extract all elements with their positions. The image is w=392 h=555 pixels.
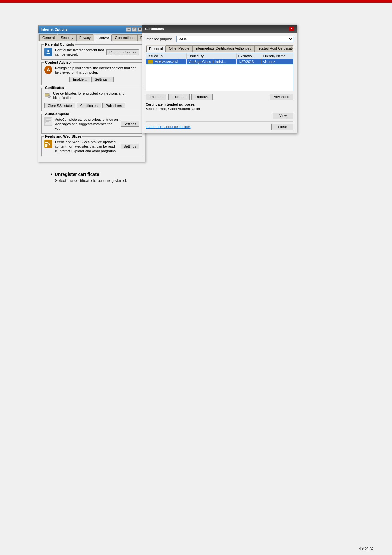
cert-small-icon: [148, 60, 153, 64]
cert-dialog-titlebar: Certificates ✕: [142, 25, 297, 33]
content-advisor-buttons: Enable... Settings...: [44, 77, 139, 82]
col-friendly-name[interactable]: Friendly Name: [261, 53, 293, 59]
parental-controls-text: Control the Internet content that can be…: [55, 48, 104, 57]
feeds-label: Feeds and Web Slices: [44, 134, 82, 138]
content-advisor-section: Content Advisor Ratings help you control…: [41, 62, 142, 85]
minimize-button[interactable]: ─: [126, 27, 131, 32]
cert-dialog-title: Certificates: [145, 27, 164, 31]
internet-options-title: Internet Options: [41, 28, 68, 31]
svg-point-4: [48, 95, 51, 98]
titlebar-buttons: ─ □ ✕: [126, 27, 142, 32]
export-button[interactable]: Export...: [168, 94, 190, 100]
tab-privacy[interactable]: Privacy: [76, 34, 93, 41]
certificates-section-label: Certificates: [44, 86, 65, 89]
parental-controls-icon: [44, 48, 52, 56]
parental-controls-section: Parental Controls Control the Internet c…: [41, 44, 142, 60]
enable-button[interactable]: Enable...: [69, 77, 90, 82]
view-btn-row: View: [146, 113, 293, 119]
page-number: 49 of 72: [359, 546, 373, 551]
cert-tab-other-people[interactable]: Other People: [166, 45, 192, 52]
bullet-item: • Unregister certificate Select the cert…: [51, 172, 354, 183]
tab-content[interactable]: Content: [94, 35, 112, 41]
svg-rect-1: [48, 70, 49, 71]
main-content: Internet Options ─ □ ✕ General Security …: [38, 25, 354, 185]
col-issued-by[interactable]: Issued By: [186, 53, 236, 59]
tab-bar: General Security Privacy Content Connect…: [38, 33, 145, 41]
close-button[interactable]: ✕: [137, 27, 142, 32]
bottom-bar: [0, 542, 392, 542]
cert-section-text: Use certificates for encrypted connectio…: [53, 91, 139, 100]
cert-purposes-section: Certificate intended purposes Secure Ema…: [146, 102, 293, 111]
content-advisor-label: Content Advisor: [44, 60, 73, 64]
cert-close-button[interactable]: Close: [271, 124, 293, 130]
cert-table: Issued To Issued By Expiratio... Friendl…: [146, 53, 293, 64]
settings-button[interactable]: Settings...: [91, 77, 114, 82]
cert-tab-personal[interactable]: Personal: [146, 46, 166, 52]
cell-friendly-name: <None>: [261, 59, 293, 65]
cert-section-content: Use certificates for encrypted connectio…: [44, 91, 139, 100]
feeds-icon: [44, 140, 52, 148]
publishers-button[interactable]: Publishers: [102, 103, 125, 108]
remove-button[interactable]: Remove: [191, 94, 213, 100]
tab-general[interactable]: General: [39, 34, 57, 41]
advanced-button[interactable]: Advanced: [270, 94, 293, 100]
feeds-section: Feeds and Web Slices: [41, 136, 142, 156]
top-bar: [0, 0, 392, 3]
cert-table-header-row: Issued To Issued By Expiratio... Friendl…: [146, 53, 293, 59]
autocomplete-content: AutoComplete stores previous entries on …: [44, 117, 139, 131]
intended-purpose-select[interactable]: <All>: [176, 36, 293, 42]
cell-expiration: 1/27/2013: [236, 59, 261, 65]
learn-more-row: Learn more about certificates Close: [146, 121, 293, 130]
import-button[interactable]: Import...: [146, 94, 166, 100]
maximize-button[interactable]: □: [132, 27, 137, 32]
col-issued-to[interactable]: Issued To: [146, 53, 186, 59]
cert-table-container: Issued To Issued By Expiratio... Friendl…: [146, 53, 293, 91]
bullet-section: • Unregister certificate Select the cert…: [38, 172, 354, 183]
bullet-title: Unregister certificate: [55, 172, 127, 177]
bullet-dot: •: [51, 171, 52, 177]
cell-issued-by: VeriSign Class 1 Indivi...: [186, 59, 236, 65]
certificates-button[interactable]: Certificates: [77, 103, 101, 108]
parental-controls-content: Control the Internet content that can be…: [44, 48, 139, 57]
certificates-section: Certificates Use certificates for encryp…: [41, 88, 142, 111]
dialog-body: Parental Controls Control the Internet c…: [38, 41, 145, 162]
intended-purpose-row: Intended purpose: <All>: [146, 36, 293, 42]
autocomplete-section: AutoComplete AutoComplete stores previou…: [41, 114, 142, 134]
cert-table-row[interactable]: Firefox second VeriSign Class 1 Indivi..…: [146, 59, 293, 65]
parental-controls-button[interactable]: Parental Controls: [106, 49, 139, 55]
cert-dialog-close-button[interactable]: ✕: [289, 27, 294, 31]
bullet-content: Unregister certificate Select the certif…: [55, 172, 127, 183]
tab-security[interactable]: Security: [58, 34, 76, 41]
content-advisor-text: Ratings help you control the Internet co…: [55, 66, 139, 75]
cert-icon: [44, 92, 51, 99]
cell-issued-to: Firefox second: [146, 59, 186, 65]
internet-options-dialog: Internet Options ─ □ ✕ General Security …: [38, 25, 145, 162]
cert-tab-bar: Personal Other People Intermediate Certi…: [146, 45, 293, 52]
cert-tab-trusted-root[interactable]: Trusted Root Certification: [254, 45, 293, 52]
feeds-text: Feeds and Web Slices provide updated con…: [55, 140, 117, 153]
autocomplete-text: AutoComplete stores previous entries on …: [55, 117, 118, 131]
view-button[interactable]: View: [273, 113, 293, 119]
bullet-desc: Select the certificate to be unregistere…: [55, 178, 127, 183]
feeds-text-area: Feeds and Web Slices provide updated con…: [55, 140, 118, 153]
learn-more-link[interactable]: Learn more about certificates: [146, 125, 190, 129]
col-expiration[interactable]: Expiratio...: [236, 53, 261, 59]
dialogs-container: Internet Options ─ □ ✕ General Security …: [38, 25, 354, 162]
feeds-settings-button[interactable]: Settings: [121, 144, 139, 149]
autocomplete-label: AutoComplete: [44, 112, 70, 116]
cert-dialog-body: Intended purpose: <All> Personal Other P…: [142, 33, 297, 133]
svg-rect-2: [48, 69, 49, 70]
certificates-dialog: Certificates ✕ Intended purpose: <All> P…: [142, 25, 297, 133]
svg-point-11: [45, 145, 47, 147]
cert-tab-intermediate[interactable]: Intermediate Certification Authorities: [192, 45, 254, 52]
clear-ssl-button[interactable]: Clear SSL state: [44, 103, 75, 108]
feeds-content: Feeds and Web Slices provide updated con…: [44, 140, 139, 153]
content-advisor-icon: [44, 66, 52, 74]
intended-purpose-select-wrapper[interactable]: <All>: [176, 36, 293, 42]
autocomplete-icon: [44, 117, 52, 126]
tab-connections[interactable]: Connections: [112, 34, 137, 41]
autocomplete-settings-button[interactable]: Settings: [121, 121, 139, 127]
internet-options-titlebar: Internet Options ─ □ ✕: [38, 26, 145, 33]
intended-purpose-label: Intended purpose:: [146, 37, 174, 41]
cert-buttons-row: Clear SSL state Certificates Publishers: [44, 103, 139, 108]
